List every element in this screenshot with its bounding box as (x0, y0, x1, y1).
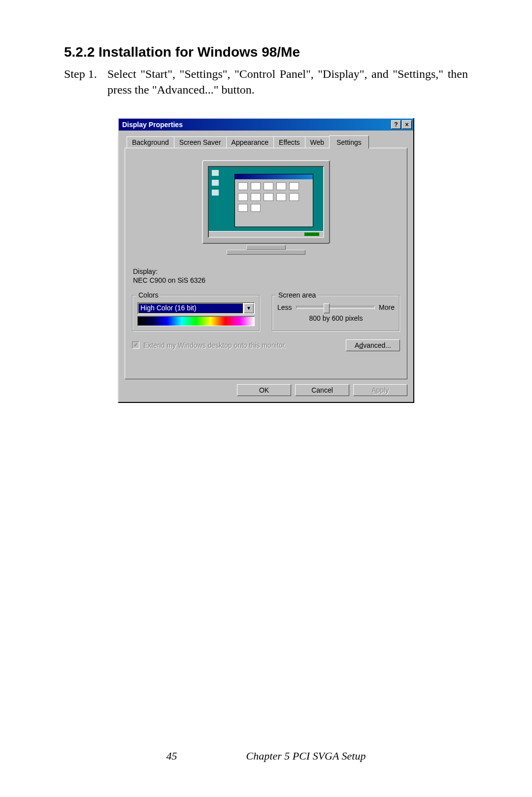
tab-screensaver[interactable]: Screen Saver (174, 136, 227, 148)
color-preview-bar (137, 316, 255, 326)
titlebar: Display Properties ? × (119, 119, 413, 131)
ok-button[interactable]: OK (237, 384, 291, 396)
display-value: NEC C900 on SiS 6326 (133, 276, 400, 284)
step-text: Select "Start", "Settings", "Control Pan… (107, 66, 468, 98)
screen-area-group: Screen area Less More 800 by 600 pixels (272, 295, 400, 332)
page-number: 45 (166, 750, 177, 763)
extend-desktop-label: Extend my Windows desktop onto this moni… (143, 341, 286, 349)
step-1: Step 1. Select "Start", "Settings", "Con… (64, 66, 468, 98)
advanced-button[interactable]: Advanced... (346, 339, 400, 351)
advanced-accel: d (359, 341, 363, 349)
apply-button: Apply (353, 384, 407, 396)
section-title: 5.2.2 Installation for Windows 98/Me (64, 44, 468, 60)
color-depth-value: High Color (16 bit) (138, 303, 243, 313)
tab-strip: Background Screen Saver Appearance Effec… (127, 135, 407, 148)
apply-suffix: pply (376, 386, 389, 394)
slider-more-label: More (379, 303, 395, 311)
tab-settings[interactable]: Settings (329, 135, 369, 149)
close-button[interactable]: × (402, 120, 412, 129)
apply-accel: A (371, 386, 376, 394)
help-button[interactable]: ? (391, 120, 401, 129)
screen-area-legend: Screen area (276, 291, 318, 299)
monitor-preview (202, 160, 330, 259)
colors-legend: Colors (136, 291, 160, 299)
page-footer: 45 Chapter 5 PCI SVGA Setup (0, 750, 532, 763)
tab-background[interactable]: Background (127, 136, 174, 148)
advanced-suffix: vanced... (363, 341, 391, 349)
tab-appearance[interactable]: Appearance (226, 136, 274, 148)
step-label: Step 1. (64, 66, 107, 98)
tab-effects[interactable]: Effects (273, 136, 305, 148)
extend-desktop-checkbox: ✓ (132, 341, 139, 349)
settings-tab-panel: Display: NEC C900 on SiS 6326 Colors Hig… (125, 148, 407, 379)
colors-group: Colors High Color (16 bit) ▼ (132, 295, 260, 332)
slider-less-label: Less (277, 303, 292, 311)
color-depth-dropdown[interactable]: High Color (16 bit) ▼ (137, 302, 255, 314)
slider-thumb[interactable] (324, 303, 330, 313)
chevron-down-icon[interactable]: ▼ (244, 303, 254, 313)
display-properties-dialog: Display Properties ? × Background Screen… (118, 118, 414, 403)
titlebar-text: Display Properties (120, 121, 390, 129)
chapter-label: Chapter 5 PCI SVGA Setup (246, 750, 366, 763)
resolution-slider[interactable] (296, 306, 375, 309)
display-label: Display: (133, 267, 400, 275)
resolution-value: 800 by 600 pixels (277, 314, 395, 322)
cancel-button[interactable]: Cancel (295, 384, 349, 396)
tab-web[interactable]: Web (305, 136, 330, 148)
advanced-prefix: A (355, 341, 359, 349)
